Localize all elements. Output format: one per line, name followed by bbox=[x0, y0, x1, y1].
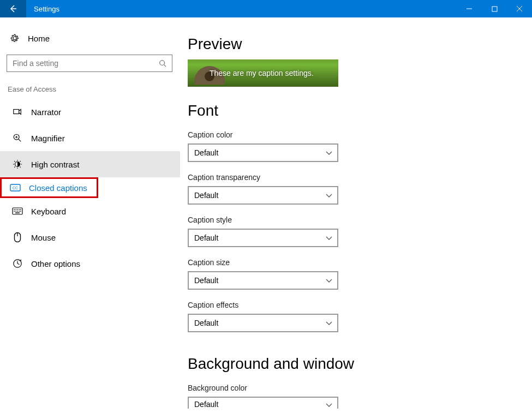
close-icon bbox=[516, 5, 523, 12]
back-button[interactable] bbox=[0, 0, 26, 17]
minimize-button[interactable] bbox=[457, 0, 482, 17]
chevron-down-icon bbox=[325, 149, 333, 157]
magnifier-icon bbox=[12, 133, 23, 143]
svg-rect-12 bbox=[20, 210, 21, 211]
sidebar-home-label: Home bbox=[28, 34, 50, 43]
svg-rect-9 bbox=[16, 210, 17, 211]
caption-color-label: Caption color bbox=[188, 130, 532, 139]
dropdown-value: Default bbox=[194, 400, 325, 409]
maximize-icon bbox=[492, 6, 498, 12]
caption-style-dropdown[interactable]: Default bbox=[188, 229, 338, 247]
svg-rect-14 bbox=[16, 211, 17, 212]
window-title: Settings bbox=[26, 0, 59, 17]
sidebar-item-keyboard[interactable]: Keyboard bbox=[0, 198, 180, 224]
back-arrow-icon bbox=[9, 4, 17, 13]
main-content: Preview These are my caption settings. F… bbox=[180, 17, 532, 419]
sidebar-item-high-contrast[interactable]: High contrast bbox=[0, 151, 180, 177]
dropdown-value: Default bbox=[194, 234, 325, 242]
background-heading: Background and window bbox=[188, 355, 532, 373]
keyboard-icon bbox=[12, 207, 23, 215]
gear-icon bbox=[10, 33, 20, 43]
caption-size-label: Caption size bbox=[188, 258, 532, 267]
sidebar-item-narrator[interactable]: Narrator bbox=[0, 99, 180, 125]
font-heading: Font bbox=[188, 102, 532, 119]
preview-heading: Preview bbox=[188, 35, 532, 53]
svg-rect-2 bbox=[14, 110, 19, 114]
close-button[interactable] bbox=[507, 0, 532, 17]
caption-size-dropdown[interactable]: Default bbox=[188, 271, 338, 290]
sidebar-item-label: Mouse bbox=[31, 233, 56, 242]
sidebar-item-mouse[interactable]: Mouse bbox=[0, 224, 180, 250]
dropdown-value: Default bbox=[194, 276, 325, 285]
sidebar-item-magnifier[interactable]: Magnifier bbox=[0, 125, 180, 151]
chevron-down-icon bbox=[325, 401, 333, 409]
chevron-down-icon bbox=[325, 191, 333, 199]
sidebar-category: Ease of Access bbox=[0, 82, 180, 99]
caption-effects-dropdown[interactable]: Default bbox=[188, 314, 338, 332]
titlebar: Settings bbox=[0, 0, 532, 17]
minimize-icon bbox=[466, 5, 473, 12]
high-contrast-icon bbox=[12, 159, 23, 169]
svg-rect-17 bbox=[20, 211, 21, 212]
sidebar-item-other-options[interactable]: Other options bbox=[0, 250, 180, 277]
sidebar-item-label: Other options bbox=[31, 259, 80, 268]
caption-effects-label: Caption effects bbox=[188, 301, 532, 309]
background-color-label: Background color bbox=[188, 384, 532, 392]
caption-transparency-dropdown[interactable]: Default bbox=[188, 186, 338, 205]
chevron-down-icon bbox=[325, 234, 333, 242]
mouse-icon bbox=[12, 232, 23, 243]
chevron-down-icon bbox=[325, 319, 333, 327]
background-color-dropdown[interactable]: Default bbox=[188, 397, 338, 409]
dropdown-value: Default bbox=[194, 191, 325, 200]
caption-preview: These are my caption settings. bbox=[188, 59, 338, 87]
closed-captions-icon: CC bbox=[10, 184, 21, 191]
svg-rect-15 bbox=[17, 211, 19, 212]
sidebar-item-label: Narrator bbox=[31, 107, 61, 117]
caption-preview-text: These are my caption settings. bbox=[188, 69, 314, 77]
svg-rect-13 bbox=[14, 211, 15, 212]
sidebar-item-label: Magnifier bbox=[31, 134, 65, 143]
svg-rect-8 bbox=[14, 210, 15, 211]
sidebar-item-label: Keyboard bbox=[31, 207, 66, 216]
narrator-icon bbox=[12, 107, 23, 117]
sidebar: Home Find a setting Ease of Access Narra… bbox=[0, 17, 180, 419]
chevron-down-icon bbox=[325, 277, 333, 284]
sidebar-item-label: Closed captions bbox=[29, 183, 87, 193]
search-icon bbox=[159, 59, 168, 67]
window-controls bbox=[457, 0, 532, 17]
svg-text:CC: CC bbox=[13, 186, 18, 190]
svg-rect-16 bbox=[19, 211, 20, 212]
sidebar-item-closed-captions[interactable]: CC Closed captions bbox=[0, 177, 98, 198]
dropdown-value: Default bbox=[194, 319, 325, 327]
svg-rect-11 bbox=[19, 210, 20, 211]
maximize-button[interactable] bbox=[482, 0, 507, 17]
caption-transparency-label: Caption transparency bbox=[188, 173, 532, 182]
svg-point-1 bbox=[160, 61, 165, 65]
search-placeholder: Find a setting bbox=[13, 59, 159, 68]
other-options-icon bbox=[12, 259, 23, 268]
dropdown-value: Default bbox=[194, 148, 325, 157]
search-input[interactable]: Find a setting bbox=[7, 55, 172, 72]
svg-rect-18 bbox=[15, 213, 20, 214]
caption-color-dropdown[interactable]: Default bbox=[188, 143, 338, 162]
sidebar-item-label: High contrast bbox=[31, 160, 79, 169]
sidebar-home[interactable]: Home bbox=[0, 26, 180, 50]
svg-rect-10 bbox=[17, 210, 19, 211]
caption-style-label: Caption style bbox=[188, 216, 532, 224]
svg-rect-0 bbox=[492, 7, 497, 11]
